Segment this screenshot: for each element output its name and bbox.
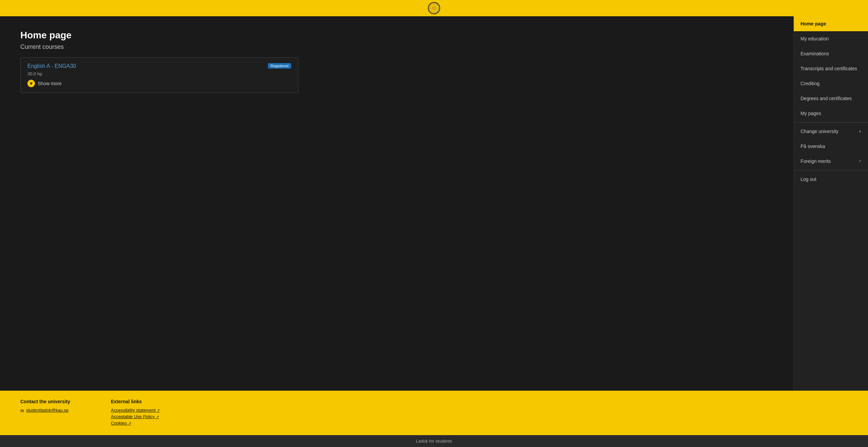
page-title: Home page [20,30,773,41]
footer-external-title: External links [111,399,160,404]
sidebar-item-pa-svenska[interactable]: På svenska [794,139,868,154]
svg-point-1 [432,6,436,10]
course-title-link[interactable]: English A - ENGA30 [27,63,76,69]
ext-icon-1: ↗ [156,415,159,419]
main-layout: Home page Current courses English A - EN… [0,16,868,391]
footer: Contact the university ✉ studentladok@ka… [0,391,868,435]
show-more-label: Show more [38,81,62,86]
registered-badge: Registered [268,63,291,69]
sidebar: Home page My education Examinations Tran… [793,16,868,391]
sidebar-item-transcripts-certificates[interactable]: Transcripts and certificates [794,61,868,76]
footer-external-section: External links Accessibility statement ↗… [111,399,160,427]
footer-link-cookies[interactable]: Cookies ↗ [111,421,160,426]
content-area: Home page Current courses English A - EN… [0,16,793,391]
footer-inner: Contact the university ✉ studentladok@ka… [20,399,326,427]
bottom-bar: Ladok for students [0,435,868,447]
ext-icon-0: ↗ [157,408,160,412]
show-more-button[interactable]: ▼ Show more [27,80,62,87]
sidebar-divider-2 [794,170,868,170]
external-link-icon: ↗ [858,159,861,164]
chevron-down-icon: ▾ [859,129,861,134]
footer-link-accessibility[interactable]: Accessibility statement ↗ [111,408,160,413]
sidebar-item-degrees-certificates[interactable]: Degrees and certificates [794,91,868,106]
footer-contact-row: ✉ studentladok@kau.se [20,408,70,414]
footer-contact-title: Contact the university [20,399,70,404]
sidebar-item-crediting[interactable]: Crediting [794,76,868,91]
course-card: English A - ENGA30 Registered 30.0 hp ▼ … [20,57,298,93]
sidebar-item-home-page[interactable]: Home page [794,16,868,31]
top-bar [0,0,868,16]
ext-icon-2: ↗ [128,421,131,425]
show-more-icon: ▼ [27,80,35,87]
email-icon: ✉ [20,408,24,413]
sidebar-item-foreign-merits[interactable]: Foreign merits ↗ [794,154,868,169]
bottom-bar-label: Ladok for students [416,439,452,444]
section-title: Current courses [20,43,773,51]
footer-link-acceptable-use[interactable]: Acceptable Use Policy ↗ [111,414,160,419]
sidebar-item-my-education[interactable]: My education [794,31,868,46]
sidebar-item-examinations[interactable]: Examinations [794,46,868,61]
sidebar-item-log-out[interactable]: Log out [794,172,868,187]
course-credits: 30.0 hp [27,71,291,76]
logo[interactable] [428,2,440,14]
course-header: English A - ENGA30 Registered [27,63,291,69]
footer-contact-section: Contact the university ✉ studentladok@ka… [20,399,70,427]
footer-email-link[interactable]: studentladok@kau.se [26,408,68,413]
sidebar-divider-1 [794,122,868,123]
sidebar-item-change-university[interactable]: Change university ▾ [794,124,868,139]
sidebar-item-my-pages[interactable]: My pages [794,106,868,121]
